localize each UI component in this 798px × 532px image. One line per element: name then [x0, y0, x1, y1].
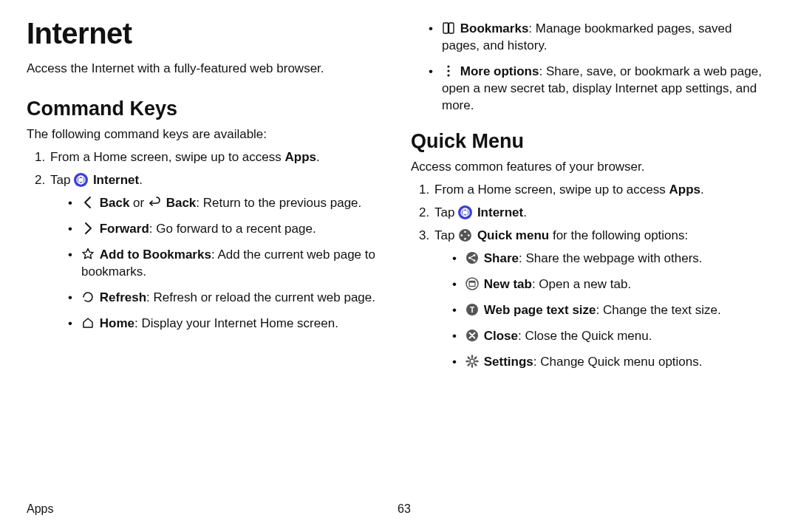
qm-close: Close: Close the Quick menu.: [452, 328, 765, 345]
new-tab-icon: [466, 277, 479, 290]
qm-text-size: Web page text size: Change the text size…: [452, 302, 765, 319]
qm-step-1: From a Home screen, swipe up to access A…: [433, 182, 765, 199]
bookmarks-icon: [442, 21, 455, 35]
page-intro: Access the Internet with a fully-feature…: [27, 61, 389, 78]
internet-icon: [458, 205, 472, 219]
close-icon: [466, 329, 479, 342]
step-2: Tap Internet. Back or Back: Return to th…: [49, 172, 389, 332]
qm-new-tab: New tab: Open a new tab.: [452, 276, 765, 293]
back-arrow-icon: [148, 196, 161, 209]
quick-menu-icon: [458, 228, 472, 242]
cmd-add-bookmarks: Add to Bookmarks: Add the current web pa…: [68, 247, 389, 281]
cmd-bookmarks: Bookmarks: Manage bookmarked pages, save…: [429, 21, 765, 55]
footer-section: Apps: [27, 501, 398, 517]
qm-settings: Settings: Change Quick menu options.: [452, 354, 765, 371]
page-title: Internet: [27, 13, 389, 53]
section-quick-menu: Quick Menu: [411, 128, 765, 154]
qm-step-2: Tap Internet.: [433, 205, 765, 222]
section-command-keys: Command Keys: [27, 95, 389, 122]
cmd-more-options: More options: Share, save, or bookmark a…: [429, 64, 765, 115]
back-chevron-icon: [81, 196, 95, 209]
share-icon: [466, 251, 479, 265]
qm-share: Share: Share the webpage with others.: [452, 250, 765, 267]
footer-page-number: 63: [398, 501, 768, 517]
quick-menu-intro: Access common features of your browser.: [411, 159, 765, 176]
cmd-forward: Forward: Go forward to a recent page.: [68, 221, 389, 238]
cmd-refresh: Refresh: Refresh or reload the current w…: [68, 290, 389, 307]
step-1: From a Home screen, swipe up to access A…: [49, 149, 389, 166]
cmd-back: Back or Back: Return to the previous pag…: [68, 195, 389, 212]
more-options-icon: [442, 64, 455, 78]
home-icon: [81, 316, 95, 330]
command-keys-intro: The following command keys are available…: [27, 126, 389, 143]
qm-step-3: Tap Quick menu for the following options…: [433, 228, 765, 371]
page-footer: Apps 63: [27, 495, 768, 532]
gear-icon: [466, 355, 479, 368]
internet-icon: [74, 173, 88, 187]
forward-chevron-icon: [81, 222, 95, 235]
refresh-icon: [81, 290, 95, 304]
text-size-icon: [466, 303, 479, 316]
star-icon: [81, 248, 95, 261]
cmd-home: Home: Display your Internet Home screen.: [68, 316, 389, 332]
